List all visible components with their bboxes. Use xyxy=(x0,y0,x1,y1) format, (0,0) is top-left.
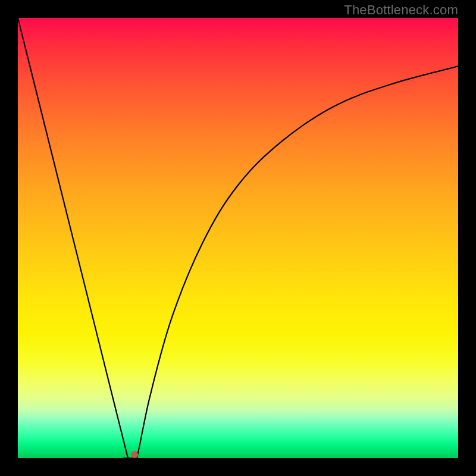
chart-frame: TheBottleneck.com xyxy=(0,0,476,476)
bottleneck-curve xyxy=(18,18,458,458)
attribution-watermark: TheBottleneck.com xyxy=(344,2,458,18)
plot-area xyxy=(18,18,458,458)
optimum-marker xyxy=(131,451,138,458)
